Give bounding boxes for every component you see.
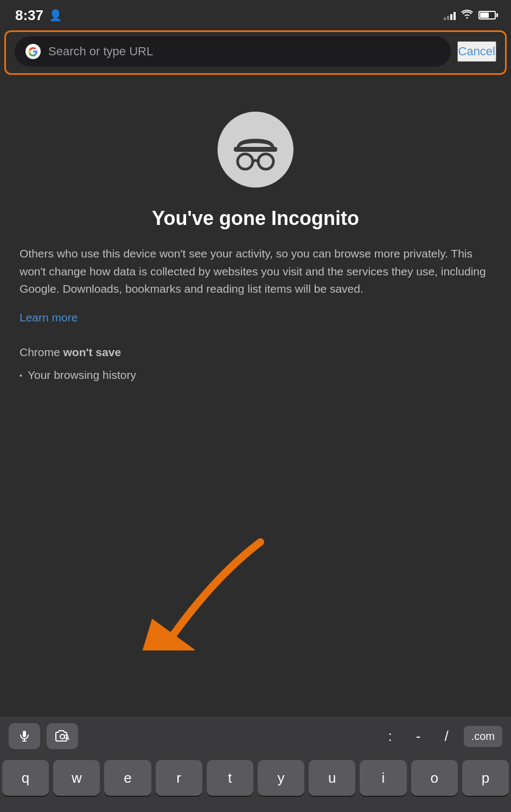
incognito-title: You've gone Incognito xyxy=(152,207,359,230)
bullet-browsing-history: • Your browsing history xyxy=(20,369,491,382)
incognito-icon xyxy=(231,128,280,171)
signal-bars-icon xyxy=(444,10,456,20)
key-i[interactable]: i xyxy=(360,760,406,796)
wifi-icon xyxy=(461,9,473,22)
bullet-text: Your browsing history xyxy=(28,369,136,382)
search-bar-container: Search or type URL Cancel xyxy=(4,30,507,75)
person-icon: 👤 xyxy=(49,9,62,22)
search-placeholder: Search or type URL xyxy=(48,44,153,59)
keyboard-area: : - / .com q w e r t y u i o p xyxy=(0,717,511,812)
status-bar: 8:37 👤 xyxy=(0,0,511,28)
svg-point-3 xyxy=(258,154,273,169)
key-o[interactable]: o xyxy=(411,760,458,796)
svg-rect-5 xyxy=(23,731,26,737)
svg-line-10 xyxy=(68,738,69,740)
key-w[interactable]: w xyxy=(53,760,100,796)
status-icons xyxy=(444,9,496,22)
cancel-button[interactable]: Cancel xyxy=(457,41,496,62)
incognito-description: Others who use this device won't see you… xyxy=(20,245,491,298)
time-display: 8:37 xyxy=(15,7,43,24)
keyboard-rows: q w e r t y u i o p xyxy=(0,756,511,812)
chrome-wont-save-text: Chrome won't save xyxy=(20,346,491,359)
battery-icon xyxy=(478,11,496,20)
microphone-button[interactable] xyxy=(9,723,40,749)
status-time: 8:37 👤 xyxy=(15,7,62,24)
hyphen-key[interactable]: - xyxy=(407,728,430,745)
camera-search-button[interactable] xyxy=(47,723,78,749)
svg-point-2 xyxy=(238,154,253,169)
key-r[interactable]: r xyxy=(156,760,202,796)
key-e[interactable]: e xyxy=(104,760,151,796)
incognito-body: Others who use this device won't see you… xyxy=(20,245,491,382)
bullet-dot: • xyxy=(20,371,22,380)
svg-rect-1 xyxy=(234,147,277,152)
keyboard-toolbar: : - / .com xyxy=(0,717,511,756)
key-t[interactable]: t xyxy=(207,760,253,796)
key-p[interactable]: p xyxy=(462,760,509,796)
main-content: You've gone Incognito Others who use thi… xyxy=(0,79,511,382)
arrow-svg xyxy=(108,531,282,650)
chrome-wont-save-bold: won't save xyxy=(63,346,122,358)
arrow-annotation xyxy=(108,531,282,650)
dot-com-key[interactable]: .com xyxy=(464,726,502,747)
search-input-wrapper[interactable]: Search or type URL xyxy=(15,36,451,67)
key-y[interactable]: y xyxy=(258,760,304,796)
key-q[interactable]: q xyxy=(2,760,49,796)
incognito-icon-circle xyxy=(218,112,293,188)
learn-more-link[interactable]: Learn more xyxy=(20,311,491,324)
colon-key[interactable]: : xyxy=(380,728,401,745)
slash-key[interactable]: / xyxy=(436,728,457,745)
keyboard-row-1: q w e r t y u i o p xyxy=(2,760,509,796)
chrome-wont-save-regular: Chrome xyxy=(20,346,63,358)
google-logo xyxy=(25,44,41,59)
key-u[interactable]: u xyxy=(309,760,355,796)
